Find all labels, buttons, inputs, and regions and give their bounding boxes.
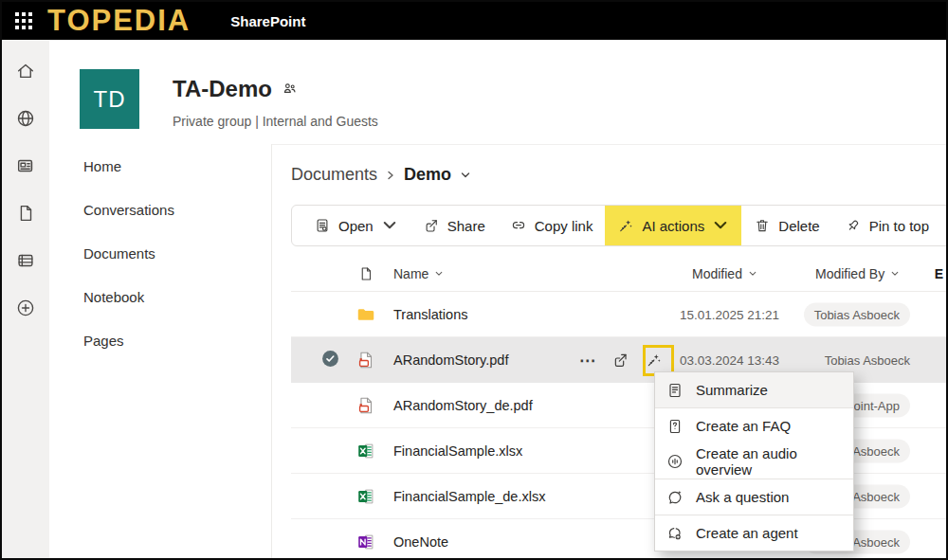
file-name[interactable]: ARandomStory_de.pdf [393,398,533,413]
modified-date: 03.03.2024 13:43 [680,353,779,368]
column-header-clipped[interactable]: E [935,266,943,281]
add-circle-icon[interactable] [15,298,36,318]
column-header-name[interactable]: Name [393,266,444,281]
excel-file-icon [356,441,376,461]
nav-item-notebook[interactable]: Notebook [51,275,271,318]
document-icon[interactable] [15,203,36,224]
sharepoint-window: TOPEDIA SharePoint TD TA-Demo Private gr… [0,0,948,560]
globe-icon[interactable] [15,108,36,129]
share-icon[interactable] [611,352,629,370]
ai-actions-row-icon[interactable] [645,352,663,370]
column-header-modified-by[interactable]: Modified By [815,266,900,281]
audio-overview-icon [665,452,684,471]
modified-date: 15.01.2025 21:21 [680,307,779,321]
nav-item-documents[interactable]: Documents [51,231,271,275]
site-title-row: TA-Demo [173,76,298,102]
share-icon [423,217,440,234]
trash-icon [754,217,771,234]
menu-item-create-faq[interactable]: Create an FAQ [655,408,853,443]
menu-item-summarize[interactable]: Summarize [655,372,853,407]
delete-button[interactable]: Delete [741,206,831,245]
favorite-button[interactable]: Favorit [941,206,948,245]
selected-check-icon[interactable] [320,349,340,371]
file-name[interactable]: OneNote [393,534,448,550]
folder-icon [356,304,376,325]
global-app-bar [2,40,49,558]
table-header: Name Modified Modified By E [291,256,946,292]
app-launcher-icon[interactable] [15,12,32,29]
breadcrumb-chevron-down-icon[interactable] [460,171,471,180]
file-name[interactable]: FinancialSample.xlsx [393,443,522,459]
link-icon [510,217,527,234]
nav-item-conversations[interactable]: Conversations [51,188,271,231]
file-name[interactable]: Translations [393,307,467,322]
copy-link-button[interactable]: Copy link [498,206,606,245]
modified-by-text[interactable]: Tobias Asboeck [825,353,910,368]
breadcrumb-documents[interactable]: Documents [291,165,377,185]
topedia-logo[interactable]: TOPEDIA [47,2,191,40]
faq-icon [665,417,684,436]
nav-item-pages[interactable]: Pages [51,318,271,362]
excel-file-icon [356,486,376,507]
chevron-down-icon [381,217,398,234]
site-navigation: Home Conversations Documents Notebook Pa… [51,144,272,558]
create-agent-icon [665,524,684,543]
nav-item-home[interactable]: Home [51,144,271,188]
breadcrumb-separator-icon [386,170,395,181]
menu-item-create-audio-overview[interactable]: Create an audio overview [655,443,853,479]
product-name[interactable]: SharePoint [230,13,305,29]
ask-question-icon [665,488,684,507]
pdf-file-icon [356,395,376,416]
home-icon[interactable] [15,61,36,81]
pin-icon [845,217,862,234]
site-privacy-label: Private group | Internal and Guests [173,114,378,129]
library-icon[interactable] [15,250,36,271]
row-hover-actions: ⋯ [579,352,663,370]
command-bar: Open Share Copy link AI actions Delete P… [291,205,948,246]
ai-actions-context-menu: Summarize Create an FAQ Create an audio … [654,371,854,551]
ai-actions-button[interactable]: AI actions [605,206,741,245]
share-button[interactable]: Share [410,206,498,245]
breadcrumb-current-folder[interactable]: Demo [404,165,451,185]
onenote-file-icon [356,532,376,552]
menu-item-ask-a-question[interactable]: Ask a question [655,479,853,515]
sort-chevron-icon [748,270,757,278]
chevron-down-icon [712,217,729,234]
file-name[interactable]: FinancialSample_de.xlsx [393,489,545,504]
type-column-icon[interactable] [357,265,374,282]
site-title[interactable]: TA-Demo [173,76,272,102]
site-avatar[interactable]: TD [80,69,139,129]
table-row[interactable]: Translations 15.01.2025 21:21 Tobias Asb… [291,292,946,337]
menu-item-create-an-agent[interactable]: Create an agent [655,515,853,551]
more-actions-icon[interactable]: ⋯ [579,355,596,365]
open-button[interactable]: Open [301,206,410,245]
news-icon[interactable] [15,155,36,176]
column-header-modified[interactable]: Modified [692,266,757,281]
summarize-icon [665,381,684,400]
pin-to-top-button[interactable]: Pin to top [832,206,941,245]
group-type-icon [282,76,298,102]
ai-sparkle-wand-icon [617,217,634,234]
suite-top-bar: TOPEDIA SharePoint [2,2,946,40]
sort-chevron-icon [890,270,900,278]
sort-chevron-icon [434,270,444,278]
open-document-icon [314,217,331,234]
modified-by-pill[interactable]: Tobias Asboeck [804,302,910,326]
pdf-file-icon [356,350,376,370]
breadcrumb: Documents Demo [291,165,471,185]
file-name[interactable]: ARandomStory.pdf [393,352,508,368]
